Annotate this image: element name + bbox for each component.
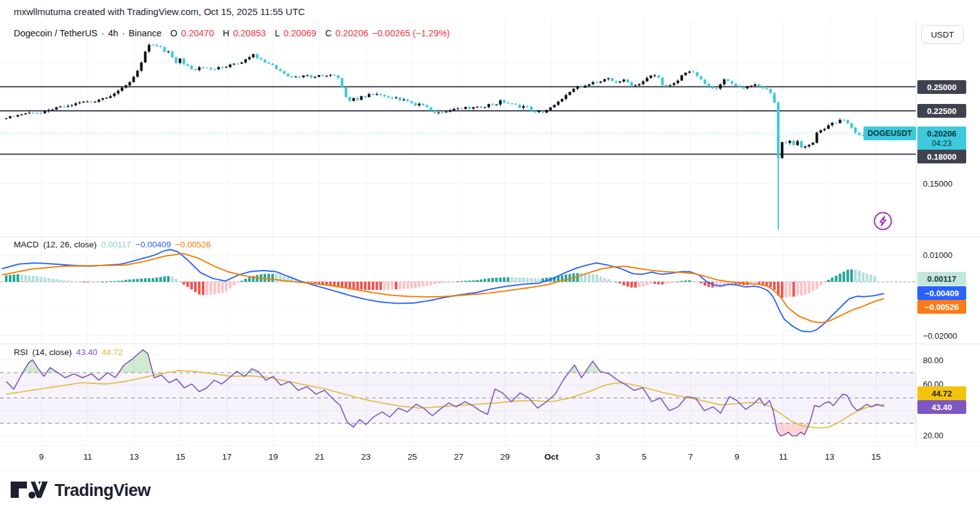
time-axis-tick: 13 [811,452,848,462]
open-label: O [170,28,177,38]
time-axis-tick: 23 [347,452,385,462]
time-axis-tick: 5 [625,452,663,462]
last-price-value: 0.20206 [927,129,957,139]
macd-params: (12, 26, close) [43,240,97,249]
time-axis-tick: 15 [857,452,895,462]
close-label: C [325,28,331,38]
time-axis-tick: Oct [533,452,570,462]
high-value: 0.20853 [233,28,266,38]
macd-signal-value: −0.00526 [175,240,211,249]
time-axis-tick: 17 [208,452,246,462]
low-value: 0.20069 [283,28,316,38]
time-axis-tick: 27 [440,452,477,462]
flash-boost-icon[interactable] [873,211,893,231]
macd-axis-label: −0.00409 [917,286,966,300]
macd-line-value: −0.00409 [135,240,171,249]
rsi-axis-label: 80.00 [917,353,974,367]
last-price-symbol-tag: DOGEUSDT [863,126,916,140]
time-axis-tick: 3 [579,452,617,462]
high-label: H [222,28,229,38]
close-value: 0.20206 [335,28,368,38]
tradingview-footer-logo[interactable]: TradingView [9,479,150,502]
low-label: L [274,28,279,38]
time-axis-tick: 11 [764,452,802,462]
rsi-legend: RSI (14, close) 43.40 44.72 [14,348,123,357]
last-price-badge: 0.20206 04:23 [917,126,966,152]
open-value: 0.20470 [181,28,214,38]
change-value: −0.00265 (−1.29%) [372,28,450,38]
rsi-axis-label: 43.40 [917,400,966,414]
price-axis-label: 0.18000 [917,150,966,163]
time-axis-tick: 29 [486,452,524,462]
rsi-value: 43.40 [76,348,98,357]
time-axis-tick: 11 [69,452,107,462]
rsi-params: (14, close) [33,348,72,357]
macd-axis-label: 0.00117 [917,272,966,286]
macd-axis-label: −0.00526 [917,300,966,314]
macd-axis-label: −0.02000 [917,329,974,343]
time-scale[interactable]: 911131517192123252729Oct3579111315 [0,446,980,470]
chart-canvas[interactable] [0,0,980,516]
exchange-label: Binance [128,28,161,38]
symbol-title[interactable]: Dogecoin / TetherUS [14,28,98,38]
currency-toggle-button[interactable]: USDT [921,25,964,44]
tradingview-wordmark: TradingView [55,481,150,500]
macd-hist-value: 0.00117 [101,240,131,249]
rsi-ma-value: 44.72 [102,348,123,357]
price-axis-label: 0.15000 [917,177,974,190]
macd-title[interactable]: MACD [14,240,39,249]
time-axis-tick: 25 [394,452,431,462]
tradingview-chart-page: mxwllmutuma created with TradingView.com… [0,0,980,516]
time-axis-tick: 9 [718,452,756,462]
time-axis-tick: 19 [254,452,292,462]
time-axis-tick: 9 [23,452,60,462]
interval-label[interactable]: 4h [108,28,118,38]
time-axis-tick: 15 [162,452,199,462]
interval-separator: · [122,28,125,38]
attribution-text: mxwllmutuma created with TradingView.com… [14,6,305,17]
rsi-axis-label: 44.72 [917,386,966,400]
bar-countdown: 04:23 [932,139,951,149]
price-axis-label: 0.22500 [917,104,966,118]
time-axis-tick: 21 [301,452,338,462]
macd-axis-label: 0.01000 [917,248,974,262]
symbol-legend: Dogecoin / TetherUS · 4h · Binance O 0.2… [14,28,450,38]
rsi-axis-label: 20.00 [917,428,974,442]
time-axis-tick: 13 [115,452,153,462]
rsi-title[interactable]: RSI [14,348,28,357]
time-axis-tick: 7 [672,452,709,462]
interval-separator: · [102,28,105,38]
price-axis-label: 0.25000 [917,80,966,94]
tradingview-logo-icon [9,479,48,502]
macd-legend: MACD (12, 26, close) 0.00117 −0.00409 −0… [14,240,211,249]
